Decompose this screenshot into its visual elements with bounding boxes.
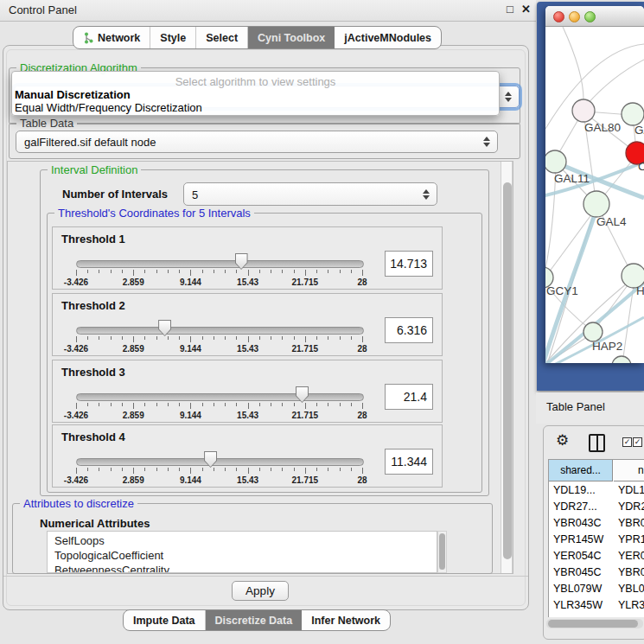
interval-definition-group-title: Interval Definition [48, 163, 141, 176]
attribute-list-item[interactable]: BetweennessCentrality [54, 564, 169, 573]
bottom-tab-impute-data[interactable]: Impute Data [124, 610, 206, 630]
cell-name: YLR3 [618, 597, 644, 614]
slider-scale-label: 15.43 [237, 475, 258, 485]
tab-select[interactable]: Select [196, 27, 248, 48]
slider-tick-mark [225, 403, 226, 406]
zoom-window-icon[interactable] [584, 11, 596, 22]
threshold-value-field[interactable]: 21.4 [385, 384, 433, 410]
slider-tick-mark [202, 403, 203, 406]
bottom-tab-infer-network[interactable]: Infer Network [302, 610, 390, 630]
checkbox-icon[interactable]: ✓ [622, 437, 632, 447]
slider-tick-mark [168, 336, 169, 340]
slider-tick-mark [99, 336, 99, 340]
threshold-slider-track[interactable] [76, 260, 364, 268]
vertical-scrollbar[interactable] [501, 162, 513, 573]
network-node-gal11[interactable] [545, 150, 566, 173]
slider-tick-mark [168, 403, 169, 406]
vertical-scrollbar-thumb[interactable] [503, 182, 512, 559]
slider-tick-mark [248, 270, 249, 276]
table-row[interactable]: YLR345WYLR3 [549, 597, 644, 614]
slider-tick-mark [328, 403, 328, 406]
threshold-slider-track[interactable] [76, 458, 364, 466]
network-canvas[interactable]: GAL80GACGAL11GAL4GCY1HHAP2 [545, 27, 644, 363]
close-panel-button[interactable]: ✕ [521, 3, 531, 16]
numerical-attributes-list[interactable]: SelfLoopsTopologicalCoefficientBetweenne… [47, 531, 437, 573]
slider-tick-mark [236, 270, 237, 273]
threshold-slider-track[interactable] [76, 393, 364, 401]
numerical-attributes-label: Numerical Attributes [40, 517, 150, 530]
table-row[interactable]: YBR043CYBR0 [549, 515, 644, 532]
attributes-list-scrollbar[interactable] [437, 531, 447, 573]
cell-shared-name: YBL079W [553, 581, 602, 597]
threshold-slider-track[interactable] [76, 327, 364, 335]
minimize-window-icon[interactable] [569, 11, 580, 22]
table-row[interactable]: YER054CYER0 [549, 548, 644, 564]
threshold-value-field[interactable]: 14.713 [385, 251, 433, 277]
network-node-ga[interactable] [622, 103, 644, 125]
threshold-value-field[interactable]: 6.316 [385, 317, 433, 343]
attribute-list-item[interactable]: SelfLoops [54, 534, 105, 547]
close-window-icon[interactable] [553, 11, 564, 22]
horizontal-scrollbar-thumb[interactable] [548, 620, 638, 628]
table-row[interactable]: YBR045CYBR0 [549, 564, 644, 581]
network-node-gal4[interactable] [583, 191, 609, 217]
cell-shared-name: YBR045C [553, 564, 602, 581]
tab-style[interactable]: Style [150, 27, 196, 48]
slider-tick-mark [87, 403, 88, 406]
table-panel-bar: Table Panel [536, 392, 644, 424]
table-data-combo[interactable]: galFiltered.sif default node [16, 131, 498, 153]
slider-tick-mark [282, 270, 283, 273]
number-of-intervals-combo[interactable]: 5 [183, 182, 437, 206]
threshold-value-field[interactable]: 11.344 [385, 449, 433, 475]
column-header-name[interactable]: n [614, 460, 644, 481]
slider-scale-label: 2.859 [123, 411, 144, 420]
threshold-label: Threshold 4 [61, 430, 125, 443]
apply-button[interactable]: Apply [232, 581, 289, 601]
slider-scale-label: -3.426 [64, 475, 88, 485]
table-row[interactable]: YIL052CYIL0 [549, 614, 644, 617]
float-window-button[interactable]: □ [507, 3, 513, 16]
attribute-list-item[interactable]: TopologicalCoefficient [54, 549, 163, 562]
slider-tick-mark [190, 403, 191, 409]
network-edge[interactable] [546, 207, 597, 276]
columns-icon[interactable] [589, 434, 605, 452]
slider-scale-label: 9.144 [180, 344, 201, 354]
cell-shared-name: YDL19... [553, 482, 596, 499]
table-row[interactable]: YPR145WYPR1 [549, 532, 644, 548]
slider-tick-mark [340, 270, 341, 273]
algorithm-option-manual[interactable]: Manual Discretization [15, 88, 131, 101]
slider-scale-label: 28 [357, 411, 367, 420]
column-header-shared-name[interactable]: shared... [549, 460, 613, 481]
attributes-list-scrollbar-thumb[interactable] [439, 533, 445, 570]
tab-jactivemnodules[interactable]: jActiveMNodules [335, 27, 441, 48]
slider-scale-label: 2.859 [123, 344, 144, 354]
network-node-gal80[interactable] [572, 99, 595, 122]
algorithm-option-equal-width[interactable]: Equal Width/Frequency Discretization [15, 101, 202, 114]
network-edge[interactable] [563, 27, 583, 99]
attributes-group-title: Attributes to discretize [20, 497, 137, 510]
table-row[interactable]: YBL079WYBL0 [549, 581, 644, 597]
network-node[interactable] [612, 356, 631, 363]
table-row[interactable]: YDL19...YDL1 [549, 482, 644, 499]
table-panel-title: Table Panel [546, 400, 605, 413]
tab-network[interactable]: Network [73, 27, 150, 48]
slider-tick-mark [87, 336, 88, 340]
cell-name: YDR2 [618, 499, 644, 515]
slider-tick-mark [133, 270, 134, 276]
gear-icon[interactable]: ⚙ [556, 433, 569, 448]
network-window-titlebar[interactable] [545, 6, 644, 27]
slider-scale-label: 28 [357, 344, 367, 354]
threshold-label: Threshold 3 [61, 366, 125, 379]
table-row[interactable]: YDR27...YDR2 [549, 499, 644, 515]
slider-tick-mark [156, 468, 157, 471]
horizontal-scrollbar[interactable] [546, 619, 643, 628]
bottom-tab-discretize-data[interactable]: Discretize Data [206, 610, 303, 630]
network-node-hap2[interactable] [583, 322, 603, 341]
slider-scale-label: 9.144 [180, 277, 201, 287]
slider-tick-mark [282, 468, 283, 471]
tab-cyni-toolbox[interactable]: Cyni Toolbox [248, 27, 335, 48]
checkbox-icon[interactable]: ✓ [633, 437, 642, 447]
slider-tick-mark [259, 403, 260, 406]
slider-tick-mark [202, 336, 203, 340]
slider-tick-mark [225, 468, 226, 471]
